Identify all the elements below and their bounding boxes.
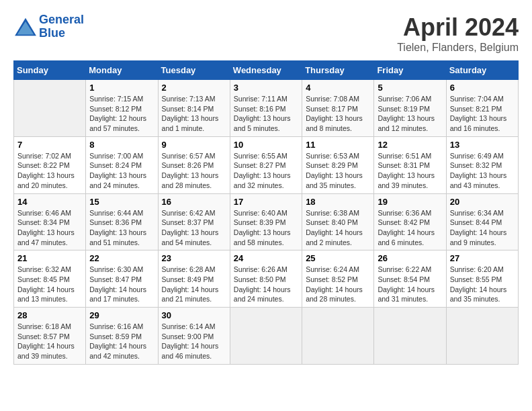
day-info: Sunrise: 6:22 AM Sunset: 8:54 PM Dayligh… bbox=[378, 265, 442, 304]
day-info: Sunrise: 6:34 AM Sunset: 8:44 PM Dayligh… bbox=[450, 208, 515, 248]
day-number: 30 bbox=[162, 310, 226, 320]
day-number: 2 bbox=[162, 83, 226, 93]
day-number: 4 bbox=[306, 83, 370, 93]
day-number: 19 bbox=[378, 197, 442, 207]
day-number: 10 bbox=[234, 140, 298, 150]
calendar-cell: 26Sunrise: 6:22 AM Sunset: 8:54 PM Dayli… bbox=[374, 250, 446, 308]
calendar-cell: 9Sunrise: 6:57 AM Sunset: 8:26 PM Daylig… bbox=[158, 136, 230, 193]
calendar-cell: 10Sunrise: 6:55 AM Sunset: 8:27 PM Dayli… bbox=[230, 136, 302, 193]
calendar-cell: 20Sunrise: 6:34 AM Sunset: 8:44 PM Dayli… bbox=[446, 193, 518, 250]
day-info: Sunrise: 7:11 AM Sunset: 8:16 PM Dayligh… bbox=[234, 94, 298, 134]
calendar-cell: 5Sunrise: 7:06 AM Sunset: 8:19 PM Daylig… bbox=[374, 80, 446, 137]
header-day-wednesday: Wednesday bbox=[230, 61, 302, 80]
calendar-cell: 1Sunrise: 7:15 AM Sunset: 8:12 PM Daylig… bbox=[86, 80, 158, 137]
logo-text: General Blue bbox=[39, 13, 84, 40]
calendar-cell: 30Sunrise: 6:14 AM Sunset: 9:00 PM Dayli… bbox=[158, 308, 230, 365]
day-info: Sunrise: 7:02 AM Sunset: 8:22 PM Dayligh… bbox=[17, 151, 82, 191]
calendar-cell: 4Sunrise: 7:08 AM Sunset: 8:17 PM Daylig… bbox=[302, 80, 374, 137]
logo: General Blue bbox=[13, 13, 84, 40]
calendar-cell: 18Sunrise: 6:38 AM Sunset: 8:40 PM Dayli… bbox=[302, 193, 374, 250]
calendar-cell: 7Sunrise: 7:02 AM Sunset: 8:22 PM Daylig… bbox=[14, 136, 86, 193]
header-day-tuesday: Tuesday bbox=[158, 61, 230, 80]
calendar-week-2: 7Sunrise: 7:02 AM Sunset: 8:22 PM Daylig… bbox=[14, 136, 519, 193]
day-info: Sunrise: 6:42 AM Sunset: 8:37 PM Dayligh… bbox=[162, 208, 226, 248]
day-number: 13 bbox=[450, 140, 515, 150]
day-number: 21 bbox=[17, 253, 82, 263]
calendar-cell: 25Sunrise: 6:24 AM Sunset: 8:52 PM Dayli… bbox=[302, 250, 374, 308]
day-number: 23 bbox=[162, 253, 226, 263]
day-info: Sunrise: 6:55 AM Sunset: 8:27 PM Dayligh… bbox=[234, 151, 298, 191]
header-day-monday: Monday bbox=[86, 61, 158, 80]
day-info: Sunrise: 6:38 AM Sunset: 8:40 PM Dayligh… bbox=[306, 208, 370, 248]
logo-line1: General bbox=[39, 13, 84, 26]
day-number: 12 bbox=[378, 140, 442, 150]
calendar-cell: 3Sunrise: 7:11 AM Sunset: 8:16 PM Daylig… bbox=[230, 80, 302, 137]
day-info: Sunrise: 6:51 AM Sunset: 8:31 PM Dayligh… bbox=[378, 151, 442, 191]
day-number: 29 bbox=[89, 310, 154, 320]
day-number: 14 bbox=[17, 197, 82, 207]
day-info: Sunrise: 7:15 AM Sunset: 8:12 PM Dayligh… bbox=[89, 94, 154, 134]
day-info: Sunrise: 6:18 AM Sunset: 8:57 PM Dayligh… bbox=[17, 322, 82, 361]
calendar-week-5: 28Sunrise: 6:18 AM Sunset: 8:57 PM Dayli… bbox=[14, 308, 519, 365]
day-info: Sunrise: 6:40 AM Sunset: 8:39 PM Dayligh… bbox=[234, 208, 298, 248]
page-title: April 2024 bbox=[397, 13, 519, 42]
calendar-cell bbox=[446, 308, 518, 365]
calendar-cell bbox=[230, 308, 302, 365]
calendar-cell bbox=[14, 80, 86, 137]
day-info: Sunrise: 6:46 AM Sunset: 8:34 PM Dayligh… bbox=[17, 208, 82, 248]
calendar-cell: 28Sunrise: 6:18 AM Sunset: 8:57 PM Dayli… bbox=[14, 308, 86, 365]
calendar-cell bbox=[374, 308, 446, 365]
logo-icon bbox=[13, 17, 38, 37]
day-info: Sunrise: 7:06 AM Sunset: 8:19 PM Dayligh… bbox=[378, 94, 442, 134]
page-header: General Blue April 2024 Tielen, Flanders… bbox=[13, 13, 519, 54]
page-subtitle: Tielen, Flanders, Belgium bbox=[397, 42, 519, 54]
calendar-week-3: 14Sunrise: 6:46 AM Sunset: 8:34 PM Dayli… bbox=[14, 193, 519, 250]
logo-line2: Blue bbox=[39, 26, 65, 40]
calendar-cell: 6Sunrise: 7:04 AM Sunset: 8:21 PM Daylig… bbox=[446, 80, 518, 137]
day-number: 5 bbox=[378, 83, 442, 93]
day-number: 27 bbox=[450, 253, 515, 263]
calendar-cell: 19Sunrise: 6:36 AM Sunset: 8:42 PM Dayli… bbox=[374, 193, 446, 250]
calendar-cell: 17Sunrise: 6:40 AM Sunset: 8:39 PM Dayli… bbox=[230, 193, 302, 250]
calendar-cell: 11Sunrise: 6:53 AM Sunset: 8:29 PM Dayli… bbox=[302, 136, 374, 193]
day-info: Sunrise: 6:53 AM Sunset: 8:29 PM Dayligh… bbox=[306, 151, 370, 191]
day-number: 26 bbox=[378, 253, 442, 263]
day-info: Sunrise: 6:20 AM Sunset: 8:55 PM Dayligh… bbox=[450, 265, 515, 304]
day-info: Sunrise: 7:04 AM Sunset: 8:21 PM Dayligh… bbox=[450, 94, 515, 134]
day-info: Sunrise: 6:26 AM Sunset: 8:50 PM Dayligh… bbox=[234, 265, 298, 304]
day-info: Sunrise: 7:08 AM Sunset: 8:17 PM Dayligh… bbox=[306, 94, 370, 134]
day-number: 8 bbox=[89, 140, 154, 150]
day-info: Sunrise: 6:44 AM Sunset: 8:36 PM Dayligh… bbox=[89, 208, 154, 248]
day-number: 6 bbox=[450, 83, 515, 93]
day-info: Sunrise: 7:13 AM Sunset: 8:14 PM Dayligh… bbox=[162, 94, 226, 134]
day-number: 17 bbox=[234, 197, 298, 207]
calendar-cell: 15Sunrise: 6:44 AM Sunset: 8:36 PM Dayli… bbox=[86, 193, 158, 250]
day-number: 3 bbox=[234, 83, 298, 93]
calendar-body: 1Sunrise: 7:15 AM Sunset: 8:12 PM Daylig… bbox=[14, 80, 519, 365]
calendar-table: SundayMondayTuesdayWednesdayThursdayFrid… bbox=[13, 60, 519, 365]
calendar-cell bbox=[302, 308, 374, 365]
header-day-saturday: Saturday bbox=[446, 61, 518, 80]
header-day-sunday: Sunday bbox=[14, 61, 86, 80]
day-info: Sunrise: 6:24 AM Sunset: 8:52 PM Dayligh… bbox=[306, 265, 370, 304]
calendar-cell: 2Sunrise: 7:13 AM Sunset: 8:14 PM Daylig… bbox=[158, 80, 230, 137]
header-day-thursday: Thursday bbox=[302, 61, 374, 80]
calendar-cell: 21Sunrise: 6:32 AM Sunset: 8:45 PM Dayli… bbox=[14, 250, 86, 308]
calendar-week-4: 21Sunrise: 6:32 AM Sunset: 8:45 PM Dayli… bbox=[14, 250, 519, 308]
calendar-cell: 12Sunrise: 6:51 AM Sunset: 8:31 PM Dayli… bbox=[374, 136, 446, 193]
day-number: 9 bbox=[162, 140, 226, 150]
calendar-week-1: 1Sunrise: 7:15 AM Sunset: 8:12 PM Daylig… bbox=[14, 80, 519, 137]
day-info: Sunrise: 6:14 AM Sunset: 9:00 PM Dayligh… bbox=[162, 322, 226, 361]
day-number: 22 bbox=[89, 253, 154, 263]
header-row: SundayMondayTuesdayWednesdayThursdayFrid… bbox=[14, 61, 519, 80]
calendar-cell: 22Sunrise: 6:30 AM Sunset: 8:47 PM Dayli… bbox=[86, 250, 158, 308]
day-number: 28 bbox=[17, 310, 82, 320]
day-number: 11 bbox=[306, 140, 370, 150]
calendar-cell: 29Sunrise: 6:16 AM Sunset: 8:59 PM Dayli… bbox=[86, 308, 158, 365]
day-info: Sunrise: 6:57 AM Sunset: 8:26 PM Dayligh… bbox=[162, 151, 226, 191]
day-number: 24 bbox=[234, 253, 298, 263]
day-number: 18 bbox=[306, 197, 370, 207]
calendar-cell: 23Sunrise: 6:28 AM Sunset: 8:49 PM Dayli… bbox=[158, 250, 230, 308]
day-number: 1 bbox=[89, 83, 154, 93]
day-number: 7 bbox=[17, 140, 82, 150]
